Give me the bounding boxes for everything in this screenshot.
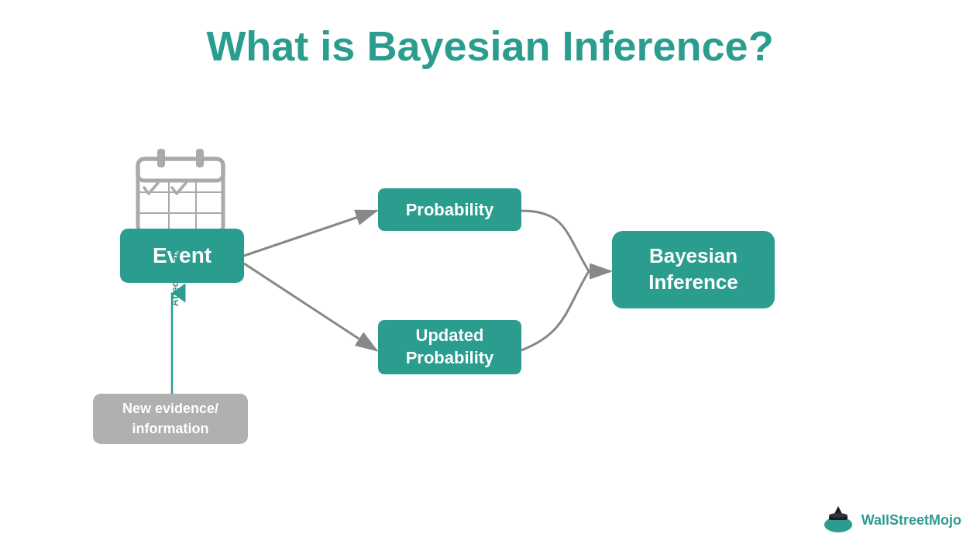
logo-text-wall: Wall [861, 512, 889, 528]
logo-text: WallStreetMojo [861, 512, 961, 529]
evidence-label: New evidence/ information [93, 399, 248, 438]
probability-box: Probability [378, 188, 521, 231]
logo-text-street: Street [889, 512, 929, 528]
bayesian-inference-box: Bayesian Inference [612, 231, 775, 308]
evidence-box: New evidence/ information [93, 394, 248, 444]
svg-line-3 [244, 263, 377, 350]
updated-probability-label: Updated Probability [378, 325, 521, 369]
svg-rect-9 [196, 149, 204, 167]
updated-probability-box: Updated Probability [378, 320, 521, 374]
logo-text-mojo: Mojo [929, 512, 961, 528]
affects-data-set-label: Affects Data Set [169, 229, 181, 307]
svg-point-17 [829, 513, 848, 518]
svg-rect-8 [157, 149, 165, 167]
logo-icon [821, 503, 855, 537]
bayesian-label: Bayesian Inference [612, 243, 775, 296]
svg-line-2 [244, 211, 377, 256]
diagram-area: Event Probability Updated Probability Ba… [0, 108, 980, 550]
svg-rect-7 [138, 159, 223, 181]
svg-rect-6 [138, 159, 223, 232]
probability-label: Probability [406, 200, 494, 220]
event-label: Event [153, 243, 211, 268]
logo-area: WallStreetMojo [821, 503, 961, 537]
calendar-icon [130, 139, 231, 240]
page-title: What is Bayesian Inference? [0, 0, 980, 70]
event-box: Event [120, 229, 244, 283]
